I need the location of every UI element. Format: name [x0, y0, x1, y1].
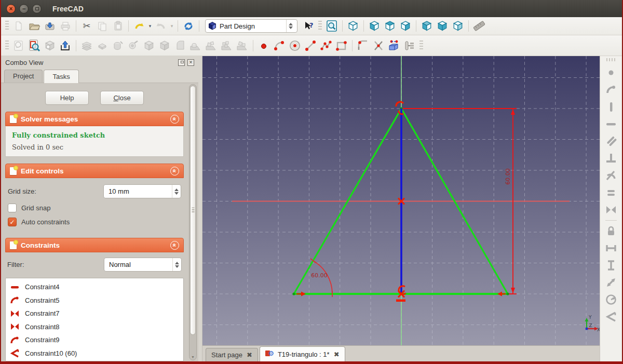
grid-snap-checkbox[interactable] [8, 204, 17, 212]
coincident-button[interactable] [604, 83, 618, 97]
save-button[interactable] [42, 19, 58, 33]
left-view-button[interactable] [450, 19, 466, 33]
toolbar-grip[interactable] [318, 21, 322, 31]
create-arc-button[interactable] [272, 38, 287, 53]
paste-button[interactable] [110, 19, 126, 33]
edit-controls-header[interactable]: Edit controls « [5, 164, 184, 178]
virtual-space-button[interactable] [402, 38, 417, 53]
constraint-list-item[interactable]: Constraint4 [6, 280, 183, 294]
view-sketch-button[interactable] [26, 38, 42, 53]
open-file-button[interactable] [26, 19, 42, 33]
workbench-selector[interactable]: Part Design [205, 19, 297, 33]
toolbar-grip[interactable] [5, 41, 9, 51]
tangent-constraint-button[interactable] [604, 169, 618, 182]
print-button[interactable] [58, 19, 73, 33]
angle-dimension-value[interactable]: 60.00 [311, 272, 328, 279]
height-dimension-value[interactable]: 60.00 [505, 168, 511, 185]
constraint-list-item[interactable]: Constraint9 [6, 333, 183, 347]
toolbar-grip[interactable] [606, 58, 616, 61]
create-rectangle-button[interactable] [334, 38, 349, 53]
create-line-button[interactable] [303, 38, 318, 53]
radius-constraint-button[interactable] [604, 293, 618, 306]
dock-close-button[interactable]: ✕ [187, 59, 194, 66]
external-geometry-button[interactable] [386, 38, 402, 53]
leave-sketch-button[interactable] [58, 38, 73, 53]
map-sketch-button[interactable] [42, 38, 58, 53]
horizontal-distance-button[interactable] [604, 241, 618, 255]
distance-button[interactable] [604, 276, 618, 289]
panel-scrollbar[interactable]: ▲ ▼ [189, 84, 197, 360]
symmetric-constraint-button[interactable] [604, 203, 618, 217]
grid-size-spin-arrows[interactable] [172, 185, 181, 198]
copy-button[interactable] [94, 19, 110, 33]
solver-messages-header[interactable]: Solver messages « [5, 112, 184, 126]
measure-button[interactable] [471, 19, 487, 33]
fit-all-button[interactable] [324, 19, 340, 33]
angle-constraint-button[interactable] [604, 310, 618, 323]
filter-select[interactable]: Normal [104, 258, 182, 272]
constraint-list-item[interactable]: Constraint8 [6, 320, 183, 334]
rear-view-button[interactable] [419, 19, 435, 33]
tab-project[interactable]: Project [4, 70, 43, 83]
lock-constraint-button[interactable] [604, 224, 618, 238]
multi-transform-button[interactable] [235, 38, 250, 53]
vertical-constraint-button[interactable] [604, 100, 618, 114]
tab-document[interactable]: ⚙ T19-triangulo : 1* ✖ [260, 346, 345, 361]
horizontal-constraint-button[interactable] [604, 117, 618, 131]
create-point-button[interactable] [256, 38, 272, 53]
title-bar[interactable]: × − FreeCAD [1, 0, 622, 17]
constraint-list-item[interactable]: Constraint10 (60) [6, 347, 183, 360]
whats-this-button[interactable]: ? [301, 19, 316, 33]
tab-start-page[interactable]: Start page ✖ [206, 348, 258, 361]
redo-dropdown[interactable]: ▾ [169, 19, 175, 33]
new-file-button[interactable] [11, 19, 26, 33]
tab-tasks[interactable]: Tasks [44, 70, 78, 83]
constraints-header[interactable]: Constraints « [5, 238, 184, 252]
pocket-button[interactable] [141, 38, 157, 53]
scrollbar-thumb[interactable] [190, 86, 196, 335]
constraint-list[interactable]: Constraint4 Constraint5 Constraint7 [5, 278, 184, 361]
toolbar-grip[interactable] [419, 41, 423, 51]
groove-button[interactable] [126, 38, 141, 53]
constraint-list-item[interactable]: Constraint5 [6, 294, 183, 307]
perpendicular-constraint-button[interactable] [604, 152, 618, 165]
datum-plane-button[interactable] [79, 38, 94, 53]
constraint-list-item[interactable]: Constraint7 [6, 307, 183, 320]
collapse-section-button[interactable]: « [170, 167, 179, 176]
sketch-viewport[interactable]: 60.00 [202, 56, 600, 345]
panel-splitter[interactable] [198, 56, 202, 361]
undo-button[interactable] [131, 19, 147, 33]
revolution-button[interactable] [110, 38, 126, 53]
auto-constraints-checkbox[interactable]: ✓ [8, 218, 17, 226]
create-polyline-button[interactable] [318, 38, 334, 53]
create-circle-button[interactable] [287, 38, 303, 53]
axonometric-view-button[interactable] [345, 19, 361, 33]
undo-dropdown[interactable]: ▾ [147, 19, 153, 33]
close-tab-icon[interactable]: ✖ [334, 350, 340, 358]
redo-button[interactable] [153, 19, 169, 33]
cut-button[interactable]: ✂ [79, 19, 94, 33]
front-view-button[interactable] [367, 19, 382, 33]
mirrored-pattern-button[interactable] [219, 38, 235, 53]
window-minimize-button[interactable]: − [19, 4, 29, 14]
polar-pattern-button[interactable] [204, 38, 219, 53]
point-on-object-button[interactable] [604, 66, 618, 79]
top-view-button[interactable] [382, 19, 398, 33]
close-task-button[interactable]: Close [100, 91, 144, 105]
window-close-button[interactable]: × [6, 4, 16, 14]
scroll-down-icon[interactable]: ▼ [189, 355, 196, 359]
right-view-button[interactable] [398, 19, 413, 33]
filter-spin-arrows[interactable] [172, 258, 181, 271]
close-tab-icon[interactable]: ✖ [247, 351, 252, 359]
trim-edge-button[interactable] [371, 38, 386, 53]
refresh-button[interactable] [181, 19, 196, 33]
toolbar-grip[interactable] [5, 21, 9, 31]
workbench-selector-arrows[interactable] [286, 20, 295, 32]
collapse-section-button[interactable]: « [170, 115, 179, 124]
equal-constraint-button[interactable] [604, 186, 618, 199]
window-maximize-button[interactable] [32, 4, 42, 14]
linear-pattern-button[interactable] [188, 38, 204, 53]
help-button[interactable]: Help [45, 91, 89, 105]
fillet-feature-button[interactable] [172, 38, 188, 53]
bottom-view-button[interactable] [435, 19, 450, 33]
